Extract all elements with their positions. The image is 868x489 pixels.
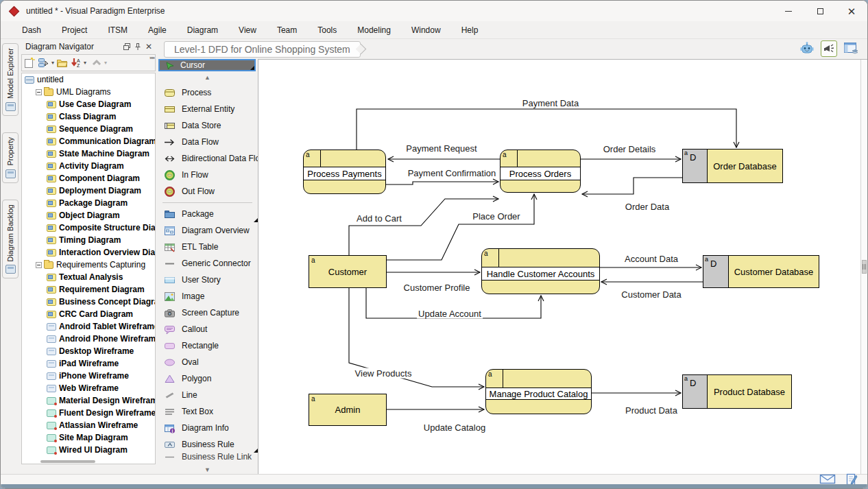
tree-item-untitled[interactable]: untitled	[22, 73, 155, 86]
tree-item-use-case-diagram[interactable]: Use Case Diagram	[22, 98, 155, 110]
tree-item-sequence-diagram[interactable]: Sequence Diagram	[22, 123, 155, 135]
tool-bidirectional-data-flow[interactable]: Bidirectional Data Flow	[157, 150, 258, 167]
tree-item-activity-diagram[interactable]: Activity Diagram	[22, 160, 155, 172]
flow-add-to-cart[interactable]	[349, 199, 498, 255]
tool-diagram-overview[interactable]: Diagram Overview	[157, 222, 258, 239]
tool-out-flow[interactable]: Out Flow	[157, 183, 258, 200]
tree-item-composite-structure-diagram[interactable]: Composite Structure Diagram	[22, 222, 155, 234]
tool-in-flow[interactable]: In Flow	[157, 167, 258, 183]
flow-label-order-data[interactable]: Order Data	[624, 202, 671, 212]
process-manage-product-catalog[interactable]: aManage Product Catalog	[485, 369, 592, 414]
tree-item-communication-diagram[interactable]: Communication Diagram	[22, 135, 155, 147]
menu-item-window[interactable]: Window	[401, 23, 451, 38]
maximize-button[interactable]	[804, 1, 836, 21]
tool-cursor[interactable]: Cursor	[158, 59, 256, 71]
tree-item-interaction-overview-diagram[interactable]: Interaction Overview Diagram	[22, 246, 155, 259]
tool-user-story[interactable]: User Story	[157, 272, 258, 288]
tool-image[interactable]: Image	[157, 288, 258, 305]
tree-item-state-machine-diagram[interactable]: State Machine Diagram	[22, 147, 155, 160]
tree-item-textual-analysis[interactable]: Textual Analysis	[22, 271, 155, 283]
flow-label-update-account[interactable]: Update Account	[417, 309, 483, 319]
tool-callout[interactable]: Callout	[157, 321, 258, 337]
menu-item-help[interactable]: Help	[451, 23, 489, 38]
collapse-all-icon[interactable]	[91, 58, 102, 68]
open-folder-icon[interactable]	[56, 57, 69, 69]
tree-item-desktop-wireframe[interactable]: Desktop Wireframe	[22, 345, 155, 357]
menu-item-agile[interactable]: Agile	[138, 23, 177, 38]
flow-label-add-to-cart[interactable]: Add to Cart	[355, 213, 403, 224]
flow-label-place-order[interactable]: Place Order	[471, 211, 521, 222]
menu-item-modeling[interactable]: Modeling	[347, 23, 401, 38]
tree-item-class-diagram[interactable]: Class Diagram	[22, 110, 155, 123]
sort-dropdown-icon[interactable]: ▾	[84, 60, 86, 66]
flow-label-view-products[interactable]: View Products	[354, 368, 413, 379]
datastore-product-database[interactable]: aDProduct Database	[682, 374, 792, 409]
flow-label-customer-profile[interactable]: Customer Profile	[402, 283, 472, 293]
collapse-toggle-icon[interactable]	[36, 262, 42, 268]
tool-text-box[interactable]: Text Box	[157, 403, 258, 420]
float-panel-button[interactable]	[121, 41, 132, 52]
flow-label-payment-data[interactable]: Payment Data	[521, 98, 580, 108]
tree-item-android-phone-wireframe[interactable]: Android Phone Wireframe	[22, 333, 155, 345]
process-process-orders[interactable]: aProcess Orders	[500, 150, 581, 193]
flow-label-payment-confirmation[interactable]: Payment Confirmation	[407, 168, 498, 178]
close-button[interactable]: ✕	[836, 1, 867, 21]
tool-screen-capture[interactable]: Screen Capture	[157, 305, 258, 321]
tree-item-crc-card-diagram[interactable]: CRC Card Diagram	[22, 308, 155, 320]
tree-item-material-design-wireframe[interactable]: Material Design Wireframe	[22, 394, 155, 407]
canvas-vertical-scrollbar[interactable]	[860, 60, 867, 474]
tool-line[interactable]: Line	[157, 387, 258, 403]
tool-business-rule[interactable]: Business Rule	[157, 436, 258, 453]
minimize-button[interactable]	[773, 1, 804, 21]
tool-rectangle[interactable]: Rectangle	[157, 337, 258, 354]
menu-item-tools[interactable]: Tools	[307, 23, 347, 38]
menu-item-dash[interactable]: Dash	[12, 23, 51, 38]
layout-panels-button[interactable]	[843, 40, 859, 57]
model-structure-dropdown-icon[interactable]: ▾	[51, 60, 54, 66]
tool-oval[interactable]: Oval	[157, 354, 258, 370]
tree-item-ipad-wireframe[interactable]: iPad Wireframe	[22, 357, 155, 370]
datastore-order-database[interactable]: aDOrder Database	[682, 149, 783, 183]
flow-label-customer-data[interactable]: Customer Data	[620, 289, 682, 300]
breadcrumb-diagram-tab[interactable]: Level-1 DFD for Online Shopping System	[164, 41, 361, 58]
flow-label-update-catalog[interactable]: Update Catalog	[422, 422, 487, 433]
tool-business-rule-link[interactable]: Business Rule Link	[157, 453, 258, 461]
menu-item-team[interactable]: Team	[267, 23, 307, 38]
menu-item-project[interactable]: Project	[51, 23, 97, 38]
pin-panel-button[interactable]	[132, 41, 143, 52]
side-tab-model-explorer[interactable]: Model Explorer	[2, 43, 19, 116]
tree-item-timing-diagram[interactable]: Timing Diagram	[22, 234, 155, 246]
message-envelope-icon[interactable]	[819, 473, 836, 485]
tool-etl-table[interactable]: ETL Table	[157, 239, 258, 255]
toolbox-scroll-up-icon[interactable]: ▲	[157, 74, 258, 81]
tool-generic-connector[interactable]: Generic Connector	[157, 255, 258, 272]
entity-customer[interactable]: aCustomer	[309, 255, 387, 288]
tool-process[interactable]: Process	[157, 84, 258, 101]
sort-icon[interactable]: AZ	[71, 57, 82, 69]
process-process-payments[interactable]: aProcess Payments	[303, 150, 386, 194]
tool-diagram-info[interactable]: iDiagram Info	[157, 420, 258, 436]
tree-item-fluent-design-wireframe[interactable]: Fluent Design Wireframe	[22, 407, 155, 419]
side-tab-diagram-backlog[interactable]: Diagram Backlog	[2, 200, 19, 279]
tree-item-package-diagram[interactable]: Package Diagram	[22, 197, 155, 209]
collapse-dropdown-icon[interactable]: ▾	[104, 60, 107, 66]
diagram-canvas[interactable]: Payment DataPayment RequestPayment Confi…	[258, 59, 867, 474]
flow-label-account-data[interactable]: Account Data	[623, 254, 679, 264]
flow-order-data[interactable]	[582, 178, 682, 194]
collapse-toggle-icon[interactable]	[36, 89, 42, 95]
toolbar-overflow-icon[interactable]: »»	[149, 55, 154, 61]
tree-horizontal-scrollbar[interactable]	[40, 460, 95, 463]
assistant-robot-button[interactable]	[799, 40, 815, 57]
tool-data-store[interactable]: Data Store	[157, 117, 258, 134]
tool-package[interactable]: Package	[157, 206, 258, 222]
tool-data-flow[interactable]: Data Flow	[157, 134, 258, 150]
side-tab-property[interactable]: Property	[2, 132, 19, 183]
flow-label-payment-request[interactable]: Payment Request	[405, 143, 478, 154]
model-structure-icon[interactable]	[38, 57, 49, 69]
tree-item-requirements-capturing[interactable]: Requirements Capturing	[22, 259, 155, 271]
tree-item-component-diagram[interactable]: Component Diagram	[22, 172, 155, 184]
flow-label-order-details[interactable]: Order Details	[602, 144, 658, 154]
tree-item-android-tablet-wireframe[interactable]: Android Tablet Wireframe	[22, 320, 155, 333]
datastore-customer-database[interactable]: aDCustomer Database	[703, 255, 819, 288]
tree-item-uml-diagrams[interactable]: UML Diagrams	[22, 86, 155, 98]
